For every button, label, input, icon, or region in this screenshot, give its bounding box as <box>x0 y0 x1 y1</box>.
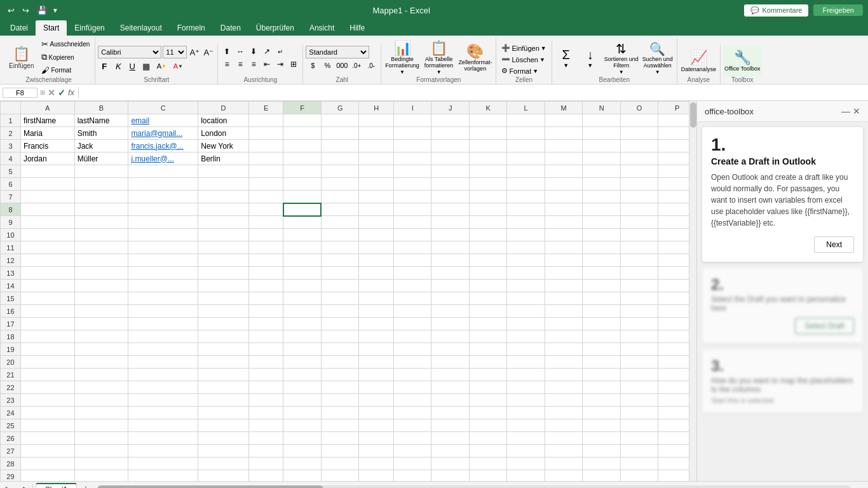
cell[interactable] <box>545 419 583 432</box>
cell[interactable] <box>74 394 128 407</box>
cell[interactable] <box>393 458 431 470</box>
cell[interactable] <box>283 458 321 470</box>
cell[interactable] <box>545 432 583 445</box>
cell[interactable] <box>74 191 128 203</box>
cell[interactable] <box>248 305 283 318</box>
cell[interactable] <box>431 343 469 356</box>
row-header[interactable]: 16 <box>1 305 21 318</box>
cell[interactable] <box>283 216 321 229</box>
cell[interactable] <box>393 114 431 127</box>
cell[interactable] <box>393 318 431 330</box>
dropdown-icon[interactable]: ▼ <box>52 7 58 14</box>
cell[interactable] <box>198 470 249 482</box>
merge-cells-btn[interactable]: ⊞ <box>287 58 300 70</box>
cell[interactable] <box>198 267 249 280</box>
cell[interactable] <box>128 216 198 229</box>
cell[interactable] <box>20 267 74 280</box>
cell[interactable] <box>431 229 469 241</box>
cell[interactable] <box>469 369 506 381</box>
cell[interactable] <box>469 280 506 292</box>
cell[interactable] <box>469 330 506 343</box>
cell[interactable] <box>128 419 198 432</box>
cell[interactable] <box>620 369 658 381</box>
cell[interactable] <box>74 419 128 432</box>
cell[interactable] <box>583 140 620 152</box>
cell[interactable] <box>248 241 283 254</box>
cell[interactable] <box>359 127 394 140</box>
cell[interactable] <box>321 267 358 280</box>
cell[interactable] <box>20 369 74 381</box>
cell[interactable] <box>583 152 620 165</box>
cell[interactable] <box>431 445 469 458</box>
cell[interactable] <box>20 229 74 241</box>
cell[interactable] <box>128 343 198 356</box>
row-header[interactable]: 7 <box>1 191 21 203</box>
col-header-B[interactable]: B <box>74 102 128 114</box>
row-header[interactable]: 13 <box>1 267 21 280</box>
cell[interactable] <box>128 254 198 267</box>
cell[interactable]: francis.jack@... <box>128 140 198 152</box>
cell[interactable] <box>198 356 249 369</box>
cell[interactable] <box>431 356 469 369</box>
cell[interactable] <box>321 127 358 140</box>
table-format-btn[interactable]: 📋 Als Tabelleformatieren ▼ <box>423 39 455 76</box>
align-middle-btn[interactable]: ↔ <box>234 46 247 57</box>
cell[interactable] <box>620 381 658 394</box>
cell[interactable] <box>248 216 283 229</box>
cell[interactable] <box>545 267 583 280</box>
font-size-select[interactable]: 11 <box>163 46 187 58</box>
tab-scroll-next[interactable]: › <box>15 485 22 489</box>
underline-btn[interactable]: U <box>126 60 139 72</box>
cell[interactable] <box>583 178 620 191</box>
decrease-indent-btn[interactable]: ⇤ <box>261 58 273 70</box>
einfuegen-btn[interactable]: 📋 Einfügen <box>5 42 37 72</box>
cell[interactable] <box>128 318 198 330</box>
cell[interactable] <box>583 343 620 356</box>
tab-seitenlayout[interactable]: Seitenlayout <box>112 20 170 36</box>
cell[interactable] <box>128 267 198 280</box>
cell[interactable] <box>283 381 321 394</box>
cell[interactable] <box>583 229 620 241</box>
cell[interactable] <box>507 407 545 419</box>
cell[interactable] <box>393 407 431 419</box>
cell[interactable] <box>359 178 394 191</box>
cell[interactable] <box>359 140 394 152</box>
cell[interactable] <box>469 114 506 127</box>
cell[interactable] <box>583 216 620 229</box>
cell[interactable] <box>248 280 283 292</box>
cell[interactable] <box>198 394 249 407</box>
row-header[interactable]: 14 <box>1 280 21 292</box>
cell[interactable] <box>198 330 249 343</box>
cancel-formula-icon[interactable]: ✕ <box>48 88 55 98</box>
cell[interactable] <box>507 458 545 470</box>
cell[interactable] <box>248 330 283 343</box>
cell[interactable] <box>128 203 198 216</box>
cell[interactable] <box>393 140 431 152</box>
wrap-text-btn[interactable]: ↵ <box>274 46 287 57</box>
align-bottom-btn[interactable]: ⬇ <box>247 46 260 57</box>
cell[interactable] <box>431 292 469 305</box>
cell[interactable] <box>431 140 469 152</box>
cell[interactable] <box>198 216 249 229</box>
cell[interactable] <box>283 343 321 356</box>
row-header[interactable]: 12 <box>1 254 21 267</box>
confirm-formula-icon[interactable]: ✓ <box>58 88 65 98</box>
row-header[interactable]: 5 <box>1 165 21 178</box>
row-header[interactable]: 27 <box>1 445 21 458</box>
cell[interactable] <box>469 343 506 356</box>
cell[interactable] <box>283 470 321 482</box>
cell[interactable]: firstName <box>20 114 74 127</box>
cell[interactable]: Smith <box>74 127 128 140</box>
cell[interactable] <box>198 458 249 470</box>
cell[interactable] <box>321 152 358 165</box>
cell[interactable] <box>507 381 545 394</box>
row-header[interactable]: 25 <box>1 419 21 432</box>
cell[interactable] <box>359 369 394 381</box>
cell[interactable] <box>248 152 283 165</box>
cell[interactable] <box>583 318 620 330</box>
cell[interactable] <box>620 330 658 343</box>
cell[interactable] <box>20 280 74 292</box>
cut-btn[interactable]: ✂ Ausschneiden <box>39 38 92 50</box>
cell[interactable] <box>321 305 358 318</box>
align-right-btn[interactable]: ≡ <box>247 58 260 70</box>
